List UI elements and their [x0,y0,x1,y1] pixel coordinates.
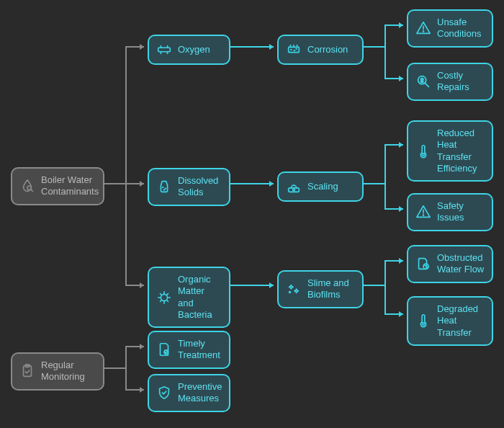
node-scaling[interactable]: Scaling [277,171,364,202]
svg-point-18 [163,187,163,188]
node-label: Reduced Heat Transfer Efficiency [437,128,485,174]
node-safety-issues[interactable]: Safety Issues [407,193,493,231]
node-dissolved-solids[interactable]: Dissolved Solids [148,168,230,206]
droplet-search-icon [19,178,35,194]
svg-marker-8 [399,22,403,28]
dollar-search-icon [415,73,431,89]
node-oxygen[interactable]: Oxygen [148,35,230,65]
svg-marker-3 [140,344,144,349]
node-organic-matter[interactable]: Organic Matter and Bacteria [148,267,230,328]
node-regular-monitoring[interactable]: Regular Monitoring [11,352,104,391]
node-label: Dissolved Solids [178,175,222,199]
node-boiler-water-contaminants[interactable]: Boiler Water Contaminants [11,167,104,205]
node-label: Boiler Water Contaminants [41,174,99,198]
thermometer-down-icon [415,313,431,329]
svg-marker-7 [269,282,274,288]
warning-triangle-icon [415,20,431,36]
node-label: Slime and Biofilms [307,277,355,301]
node-degraded-heat-transfer[interactable]: Degraded Heat Transfer [407,296,493,346]
pipe-icon [156,42,172,58]
svg-point-29 [289,292,291,293]
node-label: Obstructed Water Flow [437,252,485,276]
bacteria-icon [156,290,172,306]
node-reduced-heat-transfer[interactable]: Reduced Heat Transfer Efficiency [407,120,493,182]
node-obstructed-water-flow[interactable]: Obstructed Water Flow [407,245,493,283]
node-preventive-measures[interactable]: Preventive Measures [148,374,230,412]
document-check-icon [156,342,172,357]
shield-check-icon [156,385,172,401]
sparkles-icon [286,281,302,297]
svg-marker-10 [399,142,403,148]
svg-marker-4 [140,387,144,393]
node-label: Unsafe Conditions [437,17,485,40]
svg-rect-17 [158,48,171,52]
clipboard-check-icon [19,363,35,379]
svg-point-19 [165,189,166,190]
svg-rect-23 [289,47,300,52]
svg-point-32 [422,153,424,155]
rust-icon [286,42,302,58]
node-label: Regular Monitoring [41,360,96,383]
svg-marker-11 [399,206,403,212]
node-costly-repairs[interactable]: Costly Repairs [407,63,493,101]
alert-triangle-icon [415,204,431,220]
svg-point-33 [423,215,423,215]
svg-marker-9 [399,76,403,81]
svg-point-24 [291,50,292,50]
svg-point-20 [164,190,165,190]
svg-marker-13 [399,311,403,317]
node-label: Corrosion [307,44,355,55]
scale-icon [286,179,302,195]
node-label: Timely Treatment [178,338,222,362]
svg-marker-0 [140,44,144,50]
node-label: Degraded Heat Transfer [437,303,485,339]
node-label: Preventive Measures [178,381,222,405]
svg-marker-5 [269,44,274,50]
svg-marker-6 [269,181,274,187]
node-unsafe-conditions[interactable]: Unsafe Conditions [407,9,493,48]
node-slime-biofilms[interactable]: Slime and Biofilms [277,270,364,308]
svg-marker-2 [140,282,144,288]
svg-point-26 [296,49,297,50]
node-timely-treatment[interactable]: Timely Treatment [148,331,230,369]
svg-marker-12 [399,258,403,264]
svg-point-25 [294,50,294,50]
node-label: Organic Matter and Bacteria [178,274,222,321]
salt-shaker-icon [156,179,172,195]
node-label: Safety Issues [437,200,485,224]
svg-point-30 [423,31,423,32]
thermometer-icon [415,143,431,159]
svg-point-35 [422,323,424,325]
svg-point-28 [293,189,295,191]
node-label: Scaling [307,181,355,192]
svg-marker-1 [140,181,144,187]
node-label: Costly Repairs [437,70,485,94]
node-label: Oxygen [178,44,222,55]
node-corrosion[interactable]: Corrosion [277,35,364,65]
flow-blocked-icon [415,256,431,272]
